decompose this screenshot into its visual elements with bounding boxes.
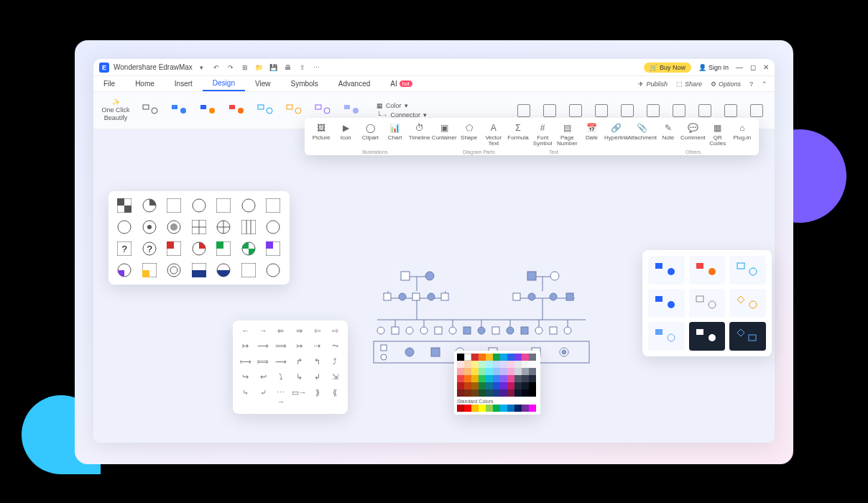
arrow-icon[interactable]: ⇒ [292, 326, 307, 338]
arrow-icon[interactable]: ↪ [239, 372, 253, 384]
arrow-icon[interactable]: ⟼ [239, 357, 253, 369]
arrow-icon[interactable]: ← [239, 326, 253, 338]
menu-file[interactable]: File [93, 76, 125, 91]
color-swatch[interactable] [529, 361, 536, 368]
glyph-icon[interactable] [621, 104, 634, 117]
menu-advanced[interactable]: Advanced [328, 76, 380, 91]
arrow-icon[interactable]: ↰ [310, 357, 325, 369]
color-swatch[interactable] [464, 382, 471, 389]
color-swatch[interactable] [514, 354, 522, 361]
insert-icon[interactable]: ▶Icon [333, 121, 358, 141]
color-swatch[interactable] [493, 405, 500, 412]
glyph-icon[interactable] [724, 104, 737, 117]
arrow-icon[interactable]: ↲ [310, 372, 325, 384]
arrow-icon[interactable]: ▭→ [292, 388, 307, 408]
color-swatch[interactable] [500, 389, 507, 397]
arrow-icon[interactable]: ↳ [292, 372, 307, 384]
arrow-icon[interactable]: ⤷ [239, 388, 253, 408]
symbol[interactable] [114, 218, 134, 236]
color-swatch[interactable] [514, 382, 522, 389]
menu-ai[interactable]: AIhot [380, 76, 422, 91]
arrow-icon[interactable]: ⟹ [274, 341, 288, 353]
symbol[interactable]: ? [114, 240, 134, 257]
color-swatch[interactable] [471, 354, 479, 361]
arrow-icon[interactable]: ⟾ [257, 357, 271, 369]
color-swatch[interactable] [464, 368, 471, 375]
style-preset[interactable] [729, 322, 766, 351]
color-swatch[interactable] [522, 354, 529, 361]
color-swatch[interactable] [486, 382, 493, 389]
color-swatch[interactable] [457, 389, 464, 397]
color-swatch[interactable] [493, 361, 500, 368]
arrow-icon[interactable]: ⟿ [274, 357, 288, 369]
color-swatch[interactable] [529, 389, 536, 397]
color-swatch[interactable] [464, 354, 471, 361]
insert-shape[interactable]: ⬠Shape [457, 121, 481, 141]
arrow-icon[interactable]: ⤴ [328, 357, 342, 369]
more-icon[interactable]: ⋯ [312, 63, 322, 73]
theme-style[interactable] [197, 101, 220, 121]
color-swatch[interactable] [486, 368, 493, 375]
symbol[interactable] [164, 240, 184, 257]
color-swatch[interactable] [522, 389, 529, 397]
insert-hyperlink[interactable]: 🔗Hyperlink [604, 121, 629, 141]
color-swatch[interactable] [529, 375, 536, 382]
color-swatch[interactable] [493, 382, 500, 389]
color-swatch[interactable] [507, 375, 514, 382]
color-swatch[interactable] [529, 354, 536, 361]
color-swatch[interactable] [493, 368, 500, 375]
color-swatch[interactable] [464, 375, 471, 382]
color-swatch[interactable] [500, 361, 507, 368]
symbol[interactable] [239, 262, 259, 279]
save-icon[interactable]: 💾 [269, 63, 279, 73]
insert-chart[interactable]: 📊Chart [383, 121, 407, 141]
color-swatch[interactable] [493, 375, 500, 382]
color-swatch[interactable] [522, 405, 529, 412]
color-swatch[interactable] [457, 375, 464, 382]
symbol[interactable] [189, 240, 209, 257]
color-swatch[interactable] [479, 368, 486, 375]
minimize-icon[interactable]: — [736, 63, 743, 71]
insert-formula[interactable]: ΣFormula [506, 121, 530, 141]
color-swatch[interactable] [486, 389, 493, 397]
color-swatch[interactable] [507, 368, 514, 375]
arrow-icon[interactable]: ⇐ [274, 326, 288, 338]
menu-view[interactable]: View [245, 76, 281, 91]
glyph-icon[interactable] [698, 104, 711, 117]
style-preset[interactable] [689, 289, 726, 318]
color-swatch[interactable] [471, 382, 479, 389]
color-swatch[interactable] [471, 361, 479, 368]
symbol[interactable] [263, 218, 283, 236]
insert-qr[interactable]: ▦QR Codes [706, 121, 730, 147]
color-swatch[interactable] [507, 389, 514, 397]
color-swatch[interactable] [500, 368, 507, 375]
color-swatch[interactable] [457, 368, 464, 375]
symbol[interactable] [164, 262, 184, 279]
glyph-icon[interactable] [673, 104, 685, 117]
style-preset[interactable] [729, 256, 766, 285]
help-icon[interactable]: ? [749, 80, 753, 88]
share-button[interactable]: ⬚ Share [676, 80, 702, 88]
glyph-icon[interactable] [750, 104, 763, 117]
theme-style[interactable] [139, 101, 162, 121]
color-swatch[interactable] [464, 389, 471, 397]
color-swatch[interactable] [507, 382, 514, 389]
theme-style[interactable] [168, 101, 191, 121]
color-swatch[interactable] [471, 375, 479, 382]
arrow-icon[interactable]: ⤶ [257, 388, 271, 408]
symbol[interactable] [189, 262, 209, 279]
color-swatch[interactable] [514, 405, 522, 412]
insert-container[interactable]: ▣Container [432, 121, 457, 141]
arrow-icon[interactable]: ⤵ [274, 372, 288, 384]
insert-plugin[interactable]: ⌂Plug-in [730, 121, 754, 141]
symbol[interactable] [239, 218, 259, 236]
style-preset[interactable] [729, 289, 766, 318]
color-swatch[interactable] [522, 375, 529, 382]
arrow-icon[interactable]: ↦ [239, 341, 253, 353]
insert-clipart[interactable]: ◯Clipart [358, 121, 382, 141]
color-swatch[interactable] [486, 405, 493, 412]
insert-attachment[interactable]: 📎Attachment [629, 121, 656, 141]
color-swatch[interactable] [486, 361, 493, 368]
arrow-icon[interactable]: ↣ [292, 341, 307, 353]
maximize-icon[interactable]: ◻ [750, 63, 756, 71]
